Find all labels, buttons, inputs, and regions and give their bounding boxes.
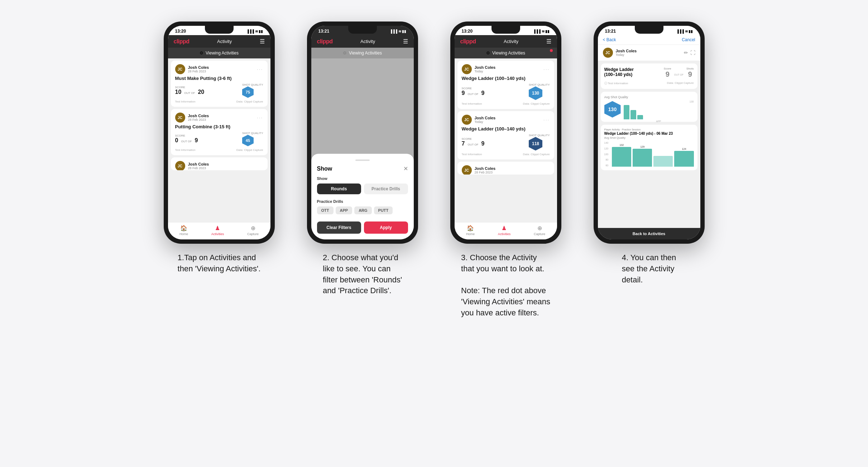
card-stats-3-1: Score 9 OUT OF 9 Shot Quality 130 bbox=[462, 83, 550, 100]
activity-card-3-2[interactable]: JC Josh Coles Today ··· Wedge Ladder (10… bbox=[457, 111, 554, 159]
bar-chart-title: Wedge Ladder (100–140 yds) - 06 Mar 23 bbox=[604, 132, 694, 135]
bar-group-4: 124 bbox=[674, 148, 694, 167]
activity-card-1-2[interactable]: JC Josh Coles 28 Feb 2023 ··· Putting Co… bbox=[171, 109, 268, 155]
card-title-1-1: Must Make Putting (3-6 ft) bbox=[175, 76, 263, 81]
detail-test-info: ⓘ Test Information Data: Clippd Capture bbox=[604, 81, 694, 85]
bottom-nav-activities-1[interactable]: ♟ Activities bbox=[211, 225, 224, 236]
status-time-4: 13:21 bbox=[605, 29, 616, 34]
nav-menu-2[interactable]: ☰ bbox=[403, 38, 408, 45]
status-time-3: 13:20 bbox=[462, 29, 473, 34]
status-icons-4: ▐▐▐ ≋ ▮▮ bbox=[676, 29, 693, 33]
nav-title-3: Activity bbox=[504, 39, 518, 44]
red-dot-3 bbox=[550, 49, 553, 52]
toggle-row-2: Rounds Practice Drills bbox=[317, 184, 408, 194]
caption-3: 3. Choose the Activitythat you want to l… bbox=[461, 252, 550, 319]
chip-arg[interactable]: ARG bbox=[354, 206, 371, 214]
card-footer-3-2: Test Information Data: Clippd Capture bbox=[462, 153, 550, 156]
cancel-button[interactable]: Cancel bbox=[682, 37, 695, 42]
shots-col-label: Shots bbox=[686, 67, 694, 70]
avg-sq-hexagon: 130 bbox=[604, 101, 621, 118]
viewing-banner-text-1: Viewing Activities bbox=[206, 51, 239, 56]
filter-chips-2: OTT APP ARG PUTT bbox=[317, 206, 408, 214]
phone-screen-4: 13:21 ▐▐▐ ≋ ▮▮ < Back Cancel JC Josh Col… bbox=[598, 26, 700, 239]
activity-card-1-1[interactable]: JC Josh Coles 28 Feb 2023 ··· Must Make … bbox=[171, 61, 268, 107]
bar-group-2: 129 bbox=[633, 146, 652, 167]
card-footer-1-2: Test Information Data: Clippd Capture bbox=[175, 148, 263, 152]
nav-menu-1[interactable]: ☰ bbox=[260, 38, 265, 45]
rounds-toggle[interactable]: Rounds bbox=[317, 184, 361, 194]
nav-menu-3[interactable]: ☰ bbox=[546, 38, 551, 45]
back-button[interactable]: < Back bbox=[603, 37, 616, 42]
shot-quality-hex-3-2: 118 bbox=[529, 137, 542, 151]
chip-app[interactable]: APP bbox=[336, 206, 353, 214]
mini-bar-chart bbox=[624, 104, 694, 119]
bar-chart-container: 132 129 bbox=[612, 142, 694, 167]
card-stats-1-2: Score 0 OUT OF 9 Shot Quality 45 bbox=[175, 132, 263, 146]
bottom-nav-capture-3[interactable]: ⊕ Capture bbox=[534, 225, 545, 236]
chip-putt[interactable]: PUTT bbox=[374, 206, 393, 214]
avatar-3-3: JC bbox=[462, 165, 472, 175]
nav-logo-1: clippd bbox=[174, 38, 190, 45]
expand-icon[interactable]: ⛶ bbox=[690, 50, 695, 56]
nav-title-2: Activity bbox=[360, 39, 375, 44]
card-dots-3-1[interactable]: ··· bbox=[543, 66, 550, 72]
phone-frame-4: 13:21 ▐▐▐ ≋ ▮▮ < Back Cancel JC Josh Col… bbox=[594, 22, 705, 244]
clear-filters-button[interactable]: Clear Filters bbox=[317, 221, 361, 234]
detail-header-4: < Back Cancel bbox=[598, 35, 700, 45]
bottom-nav-home-1[interactable]: 🏠 Home bbox=[179, 225, 188, 236]
status-icons-2: ▐▐▐ ≋ ▮▮ bbox=[390, 29, 407, 33]
viewing-banner-1[interactable]: ⚙ Viewing Activities bbox=[168, 48, 270, 58]
card-dots-3-2[interactable]: ··· bbox=[543, 117, 550, 123]
avatar-1-3: JC bbox=[175, 161, 185, 170]
phone-section-2: 13:21 ▐▐▐ ≋ ▮▮ clippd Activity ☰ ⚙ Viewi… bbox=[302, 22, 423, 296]
modal-handle-2 bbox=[355, 159, 370, 161]
activity-list-3: JC Josh Coles Today ··· Wedge Ladder (10… bbox=[455, 58, 557, 222]
avatar-4: JC bbox=[603, 48, 613, 58]
card-user-3-2: JC Josh Coles Today bbox=[462, 115, 496, 125]
back-activities-button[interactable]: Back to Activities bbox=[598, 228, 700, 239]
score-col-label: Score bbox=[664, 67, 671, 70]
filter-show-label: Show bbox=[317, 176, 408, 181]
viewing-banner-3[interactable]: ⚙ Viewing Activities bbox=[455, 48, 557, 58]
card-stats-3-2: Score 7 OUT OF 9 Shot Quality 118 bbox=[462, 134, 550, 151]
card-user-1-3: JC Josh Coles 28 Feb 2023 bbox=[175, 161, 209, 170]
caption-4: 4. You can thensee the Activitydetail. bbox=[622, 252, 676, 285]
modal-title-2: Show bbox=[317, 166, 332, 172]
notch-3 bbox=[491, 26, 520, 34]
activity-card-1-3[interactable]: JC Josh Coles 28 Feb 2023 bbox=[171, 157, 268, 170]
avatar-1-2: JC bbox=[175, 113, 185, 123]
card-title-3-1: Wedge Ladder (100–140 yds) bbox=[462, 76, 550, 81]
practice-toggle[interactable]: Practice Drills bbox=[364, 184, 408, 194]
apply-button[interactable]: Apply bbox=[364, 221, 408, 234]
detail-user-row-4: JC Josh Coles Today ✏ ⛶ bbox=[598, 45, 700, 61]
page-container: 13:20 ▐▐▐ ≋ ▮▮ clippd Activity ☰ ⚙ Viewi… bbox=[158, 22, 710, 319]
caption-1: 1.Tap on Activities andthen 'Viewing Act… bbox=[178, 252, 261, 275]
drills-section-label: Practice Drills bbox=[317, 199, 408, 204]
activity-card-3-3[interactable]: JC Josh Coles 28 Feb 2023 bbox=[457, 162, 554, 175]
chip-ott[interactable]: OTT bbox=[317, 206, 334, 214]
modal-header-2: Show ✕ bbox=[317, 165, 408, 172]
viewing-banner-text-3: Viewing Activities bbox=[492, 51, 525, 56]
phone-section-4: 13:21 ▐▐▐ ≋ ▮▮ < Back Cancel JC Josh Col… bbox=[588, 22, 710, 285]
activity-list-1: JC Josh Coles 28 Feb 2023 ··· Must Make … bbox=[168, 58, 270, 222]
bottom-nav-3: 🏠 Home ♟ Activities ⊕ Capture bbox=[455, 222, 557, 239]
bar-group-1: 132 bbox=[612, 144, 631, 167]
nav-title-1: Activity bbox=[217, 39, 232, 44]
avg-label: Avg Shot Quality bbox=[604, 95, 694, 99]
card-footer-3-1: Test Information Data: Clippd Capture bbox=[462, 102, 550, 105]
phone-frame-2: 13:21 ▐▐▐ ≋ ▮▮ clippd Activity ☰ ⚙ Viewi… bbox=[307, 22, 418, 244]
activity-card-3-1[interactable]: JC Josh Coles Today ··· Wedge Ladder (10… bbox=[457, 61, 554, 109]
modal-close-2[interactable]: ✕ bbox=[403, 165, 408, 172]
bottom-nav-home-3[interactable]: 🏠 Home bbox=[466, 225, 475, 236]
nav-bar-1: clippd Activity ☰ bbox=[168, 35, 270, 48]
nav-logo-3: clippd bbox=[460, 38, 476, 45]
bottom-nav-activities-3[interactable]: ♟ Activities bbox=[498, 225, 511, 236]
shot-quality-hex-1-2: 45 bbox=[242, 135, 254, 146]
notch-1 bbox=[205, 26, 234, 34]
phone-section-1: 13:20 ▐▐▐ ≋ ▮▮ clippd Activity ☰ ⚙ Viewi… bbox=[158, 22, 280, 275]
card-dots-1-1[interactable]: ··· bbox=[257, 66, 263, 72]
card-dots-1-2[interactable]: ··· bbox=[257, 115, 263, 120]
edit-icon[interactable]: ✏ bbox=[684, 50, 688, 56]
bottom-nav-capture-1[interactable]: ⊕ Capture bbox=[247, 225, 259, 236]
nav-bar-2: clippd Activity ☰ bbox=[311, 35, 414, 48]
